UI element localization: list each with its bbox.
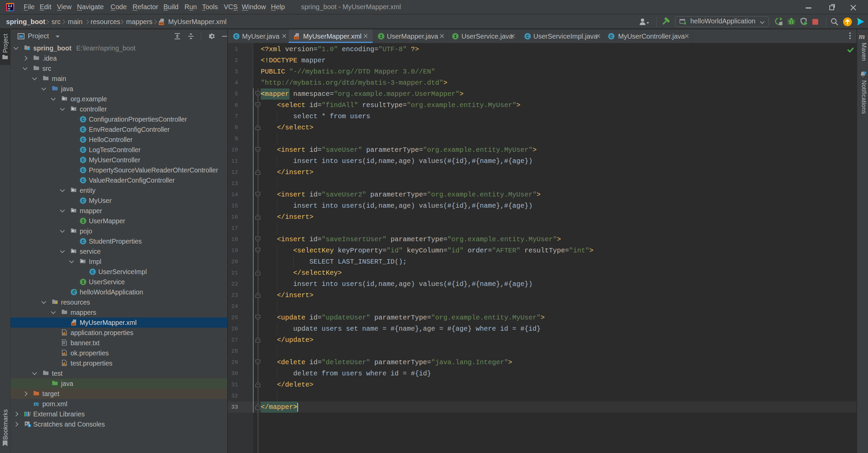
svg-text:<>: <> bbox=[295, 37, 298, 40]
svg-text:C: C bbox=[91, 270, 94, 275]
svg-text:C: C bbox=[82, 168, 84, 173]
svg-text:I: I bbox=[82, 280, 84, 285]
svg-text:I: I bbox=[82, 219, 84, 224]
svg-text:C: C bbox=[82, 239, 84, 244]
svg-text:C: C bbox=[235, 34, 238, 39]
svg-text:<>: <> bbox=[159, 22, 163, 25]
svg-text:C: C bbox=[610, 34, 613, 39]
svg-text:C: C bbox=[82, 158, 84, 163]
svg-text:C: C bbox=[82, 178, 84, 183]
svg-text:<>: <> bbox=[72, 323, 75, 326]
svg-text:I: I bbox=[380, 34, 382, 39]
svg-text:C: C bbox=[82, 127, 84, 132]
svg-text:C: C bbox=[82, 199, 84, 204]
svg-text:C: C bbox=[82, 138, 84, 143]
svg-text:C: C bbox=[82, 117, 84, 122]
svg-text:I: I bbox=[454, 34, 457, 39]
svg-text:C: C bbox=[526, 34, 529, 39]
svg-text:m: m bbox=[34, 400, 39, 407]
svg-text:m: m bbox=[859, 33, 865, 40]
svg-text:C: C bbox=[82, 148, 84, 153]
